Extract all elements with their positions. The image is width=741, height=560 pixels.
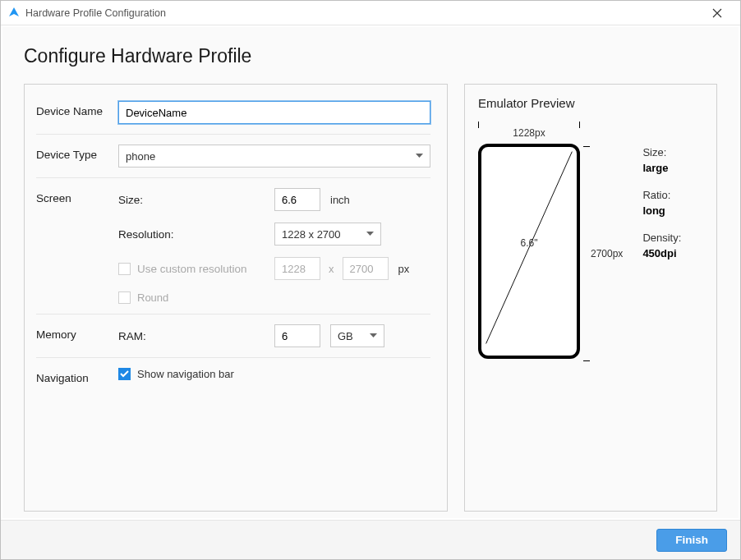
form-panel: Device Name Device Type phone <box>24 84 448 512</box>
content-area: Configure Hardware Profile Device Name D… <box>2 27 739 518</box>
close-button[interactable] <box>701 1 734 25</box>
screen-size-unit: inch <box>330 194 350 206</box>
show-nav-checkbox[interactable] <box>118 368 131 380</box>
custom-resolution-row: Use custom resolution <box>118 263 274 275</box>
device-diagonal-label: 6.6" <box>521 237 538 249</box>
ram-unit-value: GB <box>338 330 353 342</box>
device-type-dropdown[interactable]: phone <box>118 145 430 168</box>
preview-body: 1228px 6.6" 2700px Size: <box>478 125 703 361</box>
screen-size-label: Size: <box>118 194 274 206</box>
preview-specs: Size: large Ratio: long Density: 450dpi <box>642 146 681 361</box>
device-name-label: Device Name <box>36 101 118 117</box>
titlebar: Hardware Profile Configuration <box>1 1 740 25</box>
custom-height-input <box>343 257 389 280</box>
preview-device-column: 1228px 6.6" <box>478 125 580 361</box>
dialog-window: Hardware Profile Configuration Configure… <box>0 0 741 560</box>
ram-label: RAM: <box>118 330 274 342</box>
memory-label: Memory <box>36 324 118 341</box>
app-logo-icon <box>7 7 21 20</box>
chevron-down-icon <box>416 154 423 158</box>
custom-res-unit: px <box>398 263 410 275</box>
panels-row: Device Name Device Type phone <box>24 84 717 512</box>
screen-size-input[interactable] <box>274 188 320 211</box>
preview-height-label: 2700px <box>591 248 623 259</box>
ram-unit-dropdown[interactable]: GB <box>330 324 384 347</box>
resolution-label: Resolution: <box>118 228 274 241</box>
section-device-name: Device Name <box>36 98 430 135</box>
spec-ratio-label: Ratio: <box>642 189 681 201</box>
spec-size-label: Size: <box>642 146 681 158</box>
device-frame: 6.6" <box>478 144 580 359</box>
custom-resolution-label: Use custom resolution <box>137 263 247 275</box>
spec-size-value: large <box>642 162 681 174</box>
device-name-input[interactable] <box>118 101 430 124</box>
device-type-value: phone <box>126 150 155 163</box>
preview-panel: Emulator Preview 1228px 6.6" <box>464 84 717 512</box>
custom-width-input <box>274 257 320 280</box>
navigation-label: Navigation <box>36 368 118 384</box>
preview-height-tick <box>587 146 587 361</box>
round-label: Round <box>137 291 168 304</box>
section-device-type: Device Type phone <box>36 135 430 178</box>
window-title: Hardware Profile Configuration <box>25 7 701 19</box>
section-screen: Screen Size: inch Resolution: 1228 x 270… <box>36 178 430 314</box>
chevron-down-icon <box>370 333 377 338</box>
spec-ratio-value: long <box>642 204 681 217</box>
resolution-value: 1228 x 2700 <box>282 228 341 241</box>
section-memory: Memory RAM: GB <box>36 314 430 358</box>
preview-title: Emulator Preview <box>478 96 703 110</box>
footer: Finish <box>1 520 740 559</box>
chevron-down-icon <box>366 232 374 236</box>
preview-width-tick <box>478 125 580 126</box>
custom-resolution-checkbox <box>118 263 131 275</box>
finish-button[interactable]: Finish <box>656 529 727 552</box>
show-nav-label: Show navigation bar <box>137 368 234 380</box>
section-navigation: Navigation Show navigation bar <box>36 358 430 394</box>
spec-density-label: Density: <box>642 232 681 244</box>
preview-width-label: 1228px <box>513 127 545 139</box>
ram-input[interactable] <box>274 324 320 347</box>
page-title: Configure Hardware Profile <box>24 45 717 67</box>
round-checkbox <box>118 291 131 304</box>
screen-label: Screen <box>36 188 118 204</box>
resolution-dropdown[interactable]: 1228 x 2700 <box>274 223 381 246</box>
spec-density-value: 450dpi <box>642 247 681 259</box>
preview-height-column: 2700px <box>580 146 623 361</box>
device-type-label: Device Type <box>36 145 118 161</box>
custom-res-separator: x <box>329 263 334 275</box>
